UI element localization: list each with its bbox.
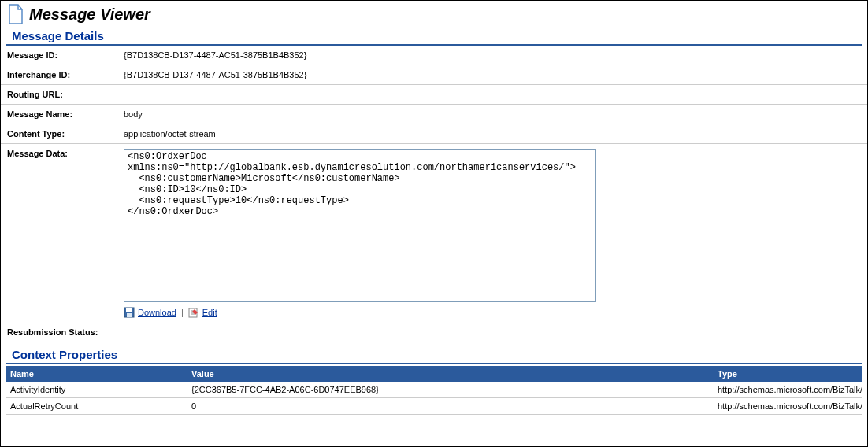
ctx-name: ActivityIdentity xyxy=(6,382,187,397)
routing-url-row: Routing URL: xyxy=(1,85,867,105)
message-data-label: Message Data: xyxy=(7,149,124,318)
ctx-type: http://schemas.microsoft.com/BizTalk/2 xyxy=(713,382,862,397)
message-name-value: body xyxy=(124,109,861,119)
message-data-row: Message Data: Download | xyxy=(1,144,867,323)
ctx-value: {2CC367B5-7FCC-4AB2-A06C-6D0747EEB968} xyxy=(187,382,713,397)
page-header: Message Viewer xyxy=(1,1,867,26)
svg-rect-1 xyxy=(126,308,132,312)
message-name-row: Message Name: body xyxy=(1,105,867,124)
message-id-row: Message ID: {B7D138CB-D137-4487-AC51-387… xyxy=(1,46,867,65)
message-name-label: Message Name: xyxy=(7,109,124,119)
message-id-value: {B7D138CB-D137-4487-AC51-3875B1B4B352} xyxy=(124,50,861,60)
edit-icon xyxy=(188,307,199,318)
message-data-textarea[interactable] xyxy=(124,149,596,302)
content-type-label: Content Type: xyxy=(7,129,124,139)
col-header-type: Type xyxy=(713,366,862,382)
content-type-value: application/octet-stream xyxy=(124,129,861,139)
col-header-value: Value xyxy=(187,366,713,382)
ctx-name: ActualRetryCount xyxy=(6,398,187,414)
message-data-actions: Download | Edit xyxy=(124,307,596,318)
routing-url-value xyxy=(124,90,861,99)
interchange-id-label: Interchange ID: xyxy=(7,70,124,79)
edit-link[interactable]: Edit xyxy=(202,308,217,317)
context-table-header: Name Value Type xyxy=(6,366,862,382)
ctx-value: 0 xyxy=(187,398,713,414)
download-link[interactable]: Download xyxy=(138,308,176,317)
context-properties-title: Context Properties xyxy=(6,346,862,364)
page-title: Message Viewer xyxy=(29,6,150,24)
content-type-row: Content Type: application/octet-stream xyxy=(1,124,867,144)
interchange-id-row: Interchange ID: {B7D138CB-D137-4487-AC51… xyxy=(1,65,867,85)
resubmission-status-label: Resubmission Status: xyxy=(7,327,98,337)
resubmission-status-row: Resubmission Status: xyxy=(1,323,867,345)
col-header-name: Name xyxy=(6,366,187,382)
table-row: ActualRetryCount 0 http://schemas.micros… xyxy=(6,398,862,415)
action-separator: | xyxy=(181,308,184,317)
message-details-title: Message Details xyxy=(6,28,862,46)
routing-url-label: Routing URL: xyxy=(7,90,124,99)
table-row: ActivityIdentity {2CC367B5-7FCC-4AB2-A06… xyxy=(6,382,862,398)
ctx-type: http://schemas.microsoft.com/BizTalk/2 xyxy=(713,398,862,414)
svg-rect-2 xyxy=(127,313,132,317)
document-icon xyxy=(7,4,24,24)
message-id-label: Message ID: xyxy=(7,50,124,60)
save-icon xyxy=(124,307,135,318)
interchange-id-value: {B7D138CB-D137-4487-AC51-3875B1B4B352} xyxy=(124,70,861,79)
